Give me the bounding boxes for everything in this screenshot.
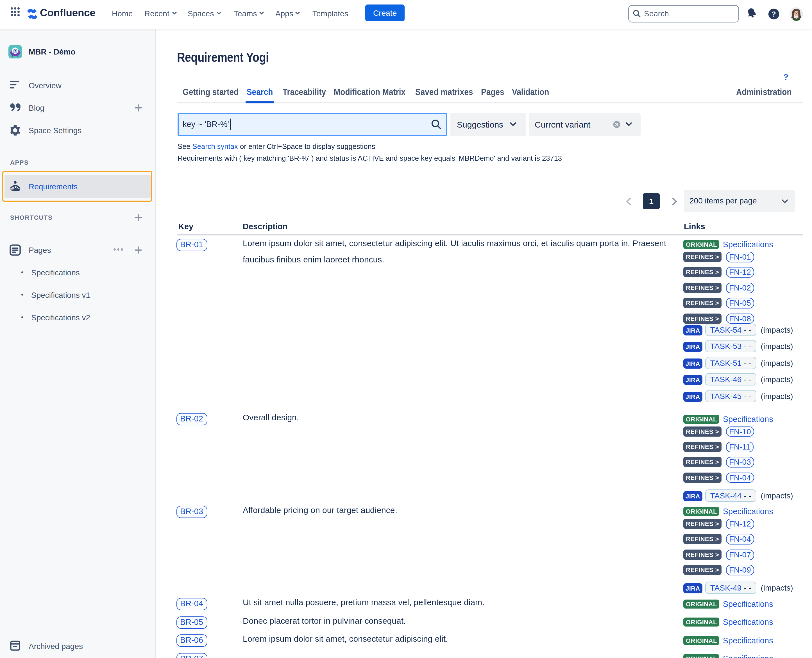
svg-text:?: ? [771,10,776,18]
